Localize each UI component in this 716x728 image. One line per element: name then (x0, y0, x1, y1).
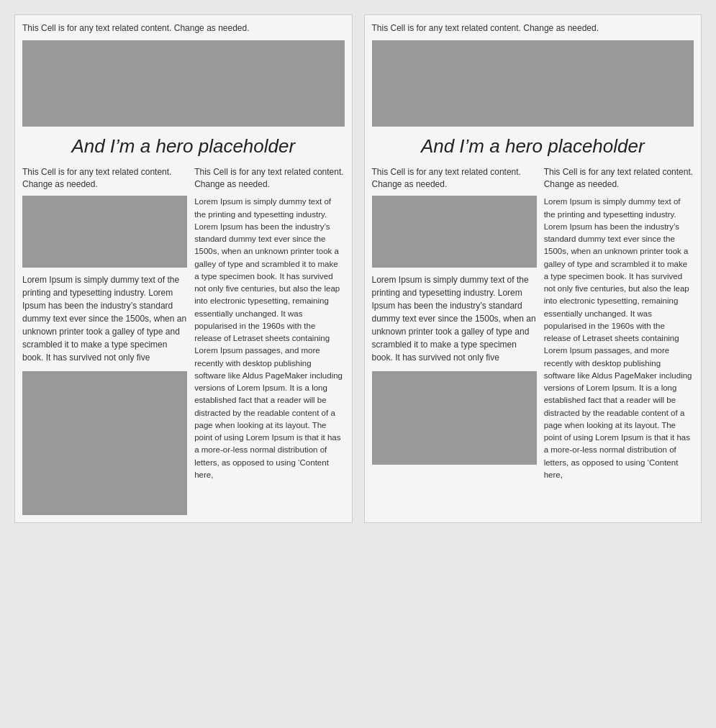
right-hero-title: And I’m a hero placeholder (372, 135, 694, 158)
left-left-col: This Cell is for any text related conten… (22, 166, 187, 516)
right-card: This Cell is for any text related conten… (364, 14, 702, 523)
right-right-col-label: This Cell is for any text related conten… (544, 166, 694, 191)
right-right-col: This Cell is for any text related conten… (544, 166, 694, 481)
right-two-col: This Cell is for any text related conten… (372, 166, 694, 481)
right-top-label: This Cell is for any text related conten… (372, 22, 694, 35)
left-card: This Cell is for any text related conten… (14, 14, 353, 523)
left-top-label: This Cell is for any text related conten… (22, 22, 345, 35)
left-right-col: This Cell is for any text related conten… (194, 166, 344, 516)
right-left-col-image-bottom (372, 371, 537, 465)
left-hero-title: And I’m a hero placeholder (22, 135, 345, 158)
right-col-lorem-long: Lorem Ipsum is simply dummy text of the … (194, 196, 344, 481)
right-right-col-lorem-long: Lorem Ipsum is simply dummy text of the … (544, 196, 694, 481)
right-hero-image (372, 40, 694, 127)
left-hero-image (22, 40, 345, 127)
page-wrapper: This Cell is for any text related conten… (14, 14, 702, 523)
right-col-label: This Cell is for any text related conten… (194, 166, 344, 191)
left-col-body-text: Lorem Ipsum is simply dummy text of the … (22, 273, 187, 364)
left-two-col: This Cell is for any text related conten… (22, 166, 345, 516)
right-left-col-label: This Cell is for any text related conten… (372, 166, 537, 191)
left-col-label: This Cell is for any text related conten… (22, 166, 187, 191)
right-left-col: This Cell is for any text related conten… (372, 166, 537, 481)
right-left-col-image-top (372, 196, 537, 268)
left-col-image-bottom (22, 371, 187, 515)
left-col-image-top (22, 196, 187, 268)
right-left-col-body-text: Lorem Ipsum is simply dummy text of the … (372, 273, 537, 364)
